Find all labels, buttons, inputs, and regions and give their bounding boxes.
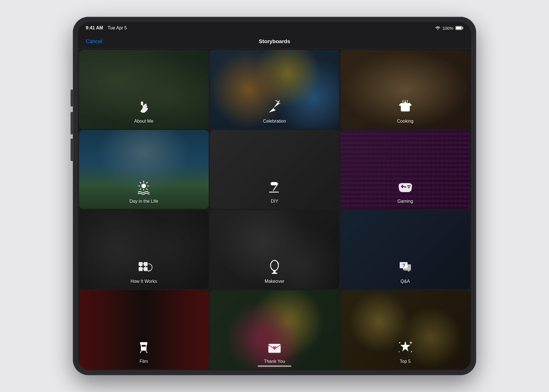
svg-rect-33 [139, 262, 143, 266]
grid-item-qa[interactable]: ? Q&A [340, 210, 470, 289]
diy-label: DIY [271, 199, 278, 204]
thankyou-label: Thank You [264, 359, 285, 364]
daylife-icon [135, 178, 153, 196]
grid-item-gaming[interactable]: Gaming [340, 130, 470, 209]
ipad-screen: 9:41 AM Tue Apr 5 100% [78, 22, 471, 370]
status-date: Tue Apr 5 [108, 25, 127, 31]
svg-rect-24 [271, 182, 277, 185]
battery-percentage: 100% [443, 26, 453, 31]
svg-rect-35 [139, 267, 143, 271]
svg-rect-44 [140, 342, 147, 345]
svg-line-20 [146, 189, 147, 190]
cooking-icon [396, 98, 414, 116]
screen-content: 9:41 AM Tue Apr 5 100% [78, 22, 471, 370]
svg-rect-25 [276, 182, 277, 185]
makeover-label: Makeover [265, 279, 284, 284]
celebration-label: Celebration [263, 119, 286, 124]
grid-item-film[interactable]: Film [79, 290, 209, 369]
grid-item-day-life[interactable]: Day in the Life [79, 130, 209, 209]
page-title: Storyboards [259, 38, 290, 45]
volume-up-button[interactable] [71, 112, 73, 134]
svg-line-46 [146, 351, 147, 353]
film-label: Film [139, 359, 148, 364]
svg-point-31 [408, 187, 410, 188]
svg-rect-9 [401, 104, 410, 111]
svg-rect-2 [456, 27, 462, 29]
grid-item-diy[interactable]: DIY [210, 130, 339, 209]
nav-bar: Cancel Storyboards [78, 34, 471, 49]
svg-point-29 [407, 185, 409, 187]
svg-line-5 [277, 101, 278, 102]
svg-marker-48 [400, 341, 410, 351]
top5-label: Top 5 [400, 359, 411, 364]
wifi-icon [435, 26, 440, 30]
svg-rect-28 [402, 185, 403, 188]
gaming-label: Gaming [397, 199, 413, 204]
grid-item-how-it-works[interactable]: How It Works [79, 210, 209, 289]
svg-point-52 [411, 351, 412, 353]
top5-icon [396, 338, 414, 356]
grid-item-top5[interactable]: Top 5 [340, 290, 470, 369]
svg-line-7 [280, 103, 280, 104]
status-bar: 9:41 AM Tue Apr 5 100% [78, 22, 471, 34]
svg-rect-1 [462, 27, 463, 29]
volume-down-button[interactable] [71, 139, 73, 161]
gaming-icon [396, 178, 414, 196]
svg-point-30 [409, 185, 410, 187]
about-me-label: About Me [134, 119, 153, 124]
svg-rect-39 [272, 273, 277, 274]
svg-rect-13 [404, 102, 406, 104]
howitworks-icon [135, 258, 153, 276]
diy-icon [266, 178, 283, 196]
svg-line-21 [146, 182, 147, 183]
grid-item-about-me[interactable]: About Me [79, 50, 209, 129]
cancel-button[interactable]: Cancel [86, 38, 102, 45]
battery-icon [455, 26, 463, 30]
svg-line-22 [140, 189, 141, 190]
ipad-device: 9:41 AM Tue Apr 5 100% [73, 17, 476, 375]
svg-text:?: ? [403, 263, 405, 268]
storyboards-grid: About Me [78, 49, 471, 370]
makeover-icon [266, 258, 283, 276]
svg-line-45 [140, 351, 141, 353]
svg-marker-3 [269, 108, 276, 113]
svg-line-8 [276, 100, 277, 101]
svg-point-49 [399, 342, 400, 344]
cooking-label: Cooking [397, 119, 413, 124]
svg-line-6 [279, 100, 280, 102]
grid-item-celebration[interactable]: Celebration [210, 50, 339, 129]
thankyou-icon [266, 338, 283, 356]
svg-rect-34 [144, 262, 148, 266]
svg-rect-32 [404, 186, 406, 188]
svg-point-51 [399, 351, 400, 352]
daylife-label: Day in the Life [129, 199, 158, 204]
svg-rect-36 [144, 267, 148, 271]
grid-item-thank-you[interactable]: Thank You [210, 290, 339, 369]
qa-icon: ? [396, 258, 414, 276]
howitworks-label: How It Works [131, 279, 157, 284]
celebration-icon [266, 98, 283, 116]
status-right: 100% [435, 26, 463, 31]
svg-line-19 [140, 182, 141, 183]
grid-item-makeover[interactable]: Makeover [210, 210, 339, 289]
film-icon [135, 338, 153, 356]
svg-point-37 [271, 260, 278, 270]
qa-label: Q&A [401, 279, 410, 284]
svg-point-14 [141, 184, 146, 188]
grid-item-cooking[interactable]: Cooking [340, 50, 470, 129]
wave-icon [135, 98, 153, 116]
svg-rect-43 [141, 347, 146, 351]
status-time: 9:41 AM [86, 25, 103, 31]
